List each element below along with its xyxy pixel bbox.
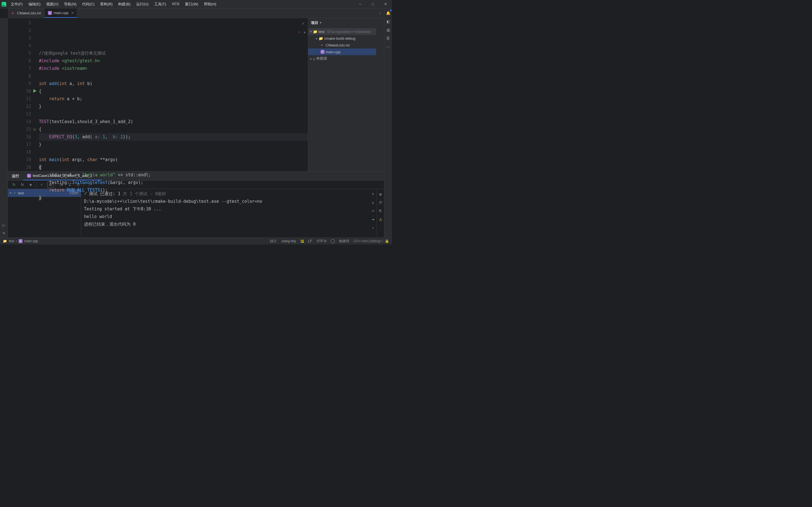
more-tools-icon[interactable]: ⋯ [386, 44, 391, 50]
editor[interactable]: 1234567891011121314151617181920 ⯈ ▷ //使用… [8, 18, 308, 171]
output-next-icon[interactable]: › [370, 225, 376, 231]
run-test-gutter-icon[interactable]: ⯈ [32, 88, 38, 95]
code-area[interactable]: //使用google test进行单元测试 #include <gtest/gt… [39, 18, 308, 171]
warning-icon[interactable]: ⚠ [378, 217, 384, 222]
titlebar: 文件(F) 编辑(E) 视图(V) 导航(N) 代码(C) 重构(R) 构建(B… [0, 0, 392, 8]
app-logo [0, 0, 8, 8]
ai-tool-icon[interactable]: ◧ [386, 18, 391, 24]
encoding[interactable]: UTF-8 [317, 239, 326, 243]
copilot-icon[interactable] [331, 239, 335, 243]
tree-folder-cmake-build-debug[interactable]: ▸📁 cmake-build-debug [308, 35, 376, 42]
export-icon[interactable]: ⇱ [378, 208, 384, 214]
project-panel: 项目 ▸ ▸📁 test D:\a-mycode\c++\clion\test … [308, 18, 384, 171]
menu-tools[interactable]: 工具(T) [151, 1, 169, 8]
menu-help[interactable]: 帮助(H) [201, 1, 219, 8]
menu-navigate[interactable]: 导航(N) [61, 1, 79, 8]
menu-build[interactable]: 构建(B) [115, 1, 133, 8]
output-down-icon[interactable]: ↓ [370, 200, 376, 205]
output-up-icon[interactable]: ↑ [370, 191, 376, 197]
run-main-gutter-icon[interactable]: ▷ [32, 126, 38, 133]
menu-edit[interactable]: 编辑(E) [26, 1, 43, 8]
tree-file-main-cpp[interactable]: main.cpp [308, 48, 376, 55]
tree-external-libs[interactable]: ▸⏚ 外部库 [308, 55, 376, 62]
editor-tab-cmakelists[interactable]: CMakeLists.txt [8, 8, 45, 18]
cpp-icon [48, 11, 52, 15]
inspection-ok-icon[interactable]: ✓ [302, 20, 305, 27]
indent-status[interactable]: 制表符 [339, 239, 349, 244]
menu-file[interactable]: 文件(F) [8, 1, 26, 8]
menu-window[interactable]: 窗口(W) [182, 1, 201, 8]
cpp-icon [320, 50, 324, 54]
test-pass-icon: ✓ [13, 191, 16, 195]
window-controls: ─ □ ✕ [354, 0, 392, 8]
run-tool-button[interactable]: ▷ [1, 222, 7, 228]
notifications-icon[interactable]: 🔔 [386, 10, 391, 16]
cpp-icon [27, 174, 31, 178]
tab-overflow-button[interactable]: ⋮ [375, 8, 384, 18]
menu-run[interactable]: 运行(U) [133, 1, 151, 8]
database-tool-icon[interactable]: 🗄 [386, 36, 391, 41]
maximize-button[interactable]: □ [366, 0, 379, 8]
close-tab-icon[interactable]: × [71, 11, 73, 15]
project-panel-header[interactable]: 项目 ▸ [308, 18, 376, 27]
watermark: CSDN 本想鱼那些事儿 [353, 239, 387, 244]
structure-tool-button[interactable]: ≡ [1, 230, 7, 236]
cmake-icon [11, 11, 15, 15]
main-area: 1234567891011121314151617181920 ⯈ ▷ //使用… [8, 18, 384, 171]
run-tab-title[interactable]: 运行 [8, 172, 23, 180]
close-button[interactable]: ✕ [379, 0, 392, 8]
menu-view[interactable]: 视图(V) [43, 1, 61, 8]
svg-rect-1 [3, 5, 4, 6]
menubar: 文件(F) 编辑(E) 视图(V) 导航(N) 代码(C) 重构(R) 构建(B… [8, 1, 219, 8]
clock-icon[interactable]: ⏱ [378, 200, 384, 205]
tab-label: CMakeLists.txt [17, 11, 41, 15]
menu-vcs[interactable]: VCS [169, 1, 182, 8]
editor-tab-main-cpp[interactable]: main.cpp × [45, 8, 77, 18]
svg-rect-0 [2, 2, 6, 6]
gradle-tool-icon[interactable]: ▥ [386, 27, 391, 33]
menu-refactor[interactable]: 重构(R) [97, 1, 115, 8]
menu-code[interactable]: 代码(C) [79, 1, 97, 8]
tree-file-cmakelists[interactable]: CMakeLists.txt [308, 42, 376, 48]
axes-icon[interactable]: ⟀ [299, 28, 301, 36]
left-toolwindow-rail: ▷ ≡ [0, 18, 8, 237]
minimize-button[interactable]: ─ [354, 0, 366, 8]
layout-icon[interactable]: ≣ [378, 191, 384, 197]
line-separator[interactable]: LF [308, 239, 312, 243]
editor-tabbar: CMakeLists.txt main.cpp × ⋮ [8, 8, 384, 18]
stop-button[interactable]: ■ [28, 182, 34, 188]
cpp-icon [18, 239, 22, 243]
breadcrumb[interactable]: 📁test› main.cpp [3, 239, 38, 243]
cmake-icon [320, 43, 324, 47]
rerun-button[interactable]: ↻ [11, 182, 17, 188]
soft-wrap-icon[interactable]: ⏎ [370, 208, 376, 214]
right-toolwindow-rail: 🔔 ◧ ▥ 🗄 ⋯ [384, 8, 392, 237]
gutter: 1234567891011121314151617181920 ⯈ ▷ [8, 18, 39, 171]
scroll-to-end-icon[interactable]: ⇥ [370, 217, 376, 222]
output-rail: ↑ ↓ ⏎ ⇥ › [369, 189, 377, 237]
tree-root[interactable]: ▸📁 test D:\a-mycode\c++\clion\test [308, 28, 376, 35]
widget-close-icon[interactable]: × [304, 29, 306, 36]
tab-label: main.cpp [54, 11, 68, 15]
project-tree: ▸📁 test D:\a-mycode\c++\clion\test ▸📁 cm… [308, 27, 376, 62]
rerun-failed-button[interactable]: ↻ [19, 182, 26, 188]
